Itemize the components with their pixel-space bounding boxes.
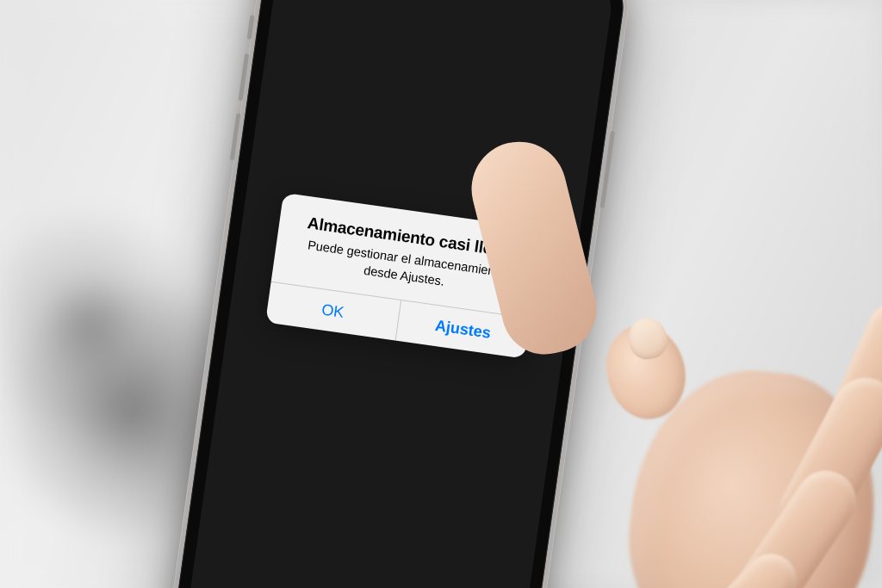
storage-alert-dialog: Almacenamiento casi lleno Puede gestiona… <box>265 193 543 359</box>
phone-screen: Almacenamiento casi lleno Puede gestiona… <box>185 0 616 588</box>
